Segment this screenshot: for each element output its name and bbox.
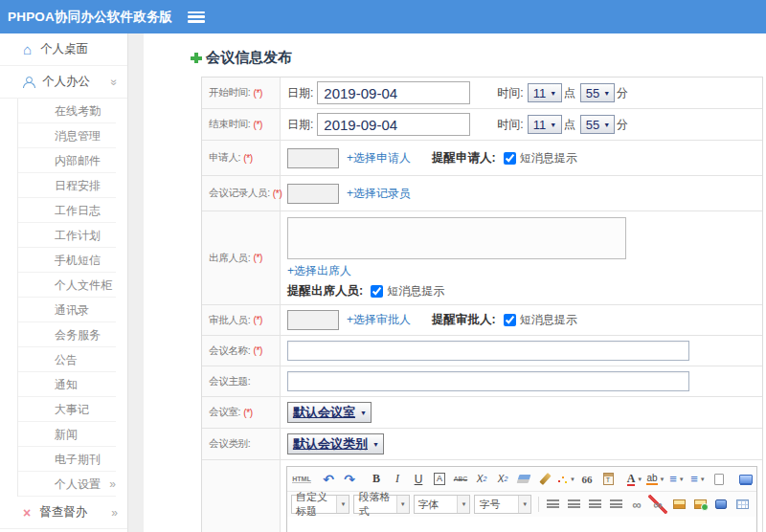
sidebar-subitem-work-plan[interactable]: 工作计划 xyxy=(18,223,116,248)
insert-image-icon[interactable] xyxy=(669,495,688,514)
approver-input[interactable] xyxy=(287,310,339,330)
meeting-topic-label: 会议主题: xyxy=(202,366,281,396)
meeting-room-cell: 默认会议室 ▼ xyxy=(281,397,762,428)
unordered-list-icon[interactable]: ≡▼ xyxy=(688,470,708,489)
meeting-room-label: 会议室: (*) xyxy=(202,397,281,428)
sidebar-subitem-contacts[interactable]: 通讯录 xyxy=(18,298,116,322)
applicant-sms-checkbox[interactable] xyxy=(504,152,516,165)
align-right-icon[interactable] xyxy=(585,495,604,514)
sidebar-subitem-events[interactable]: 大事记 xyxy=(18,397,116,422)
start-minute-select[interactable]: 55 ▼ xyxy=(580,83,615,102)
custom-title-select[interactable]: 自定义标题▼ xyxy=(291,495,349,514)
sidebar-subitem-work-log[interactable]: 工作日志 xyxy=(18,198,116,223)
select-label: 字号 xyxy=(479,498,500,512)
eraser-glyph xyxy=(517,475,531,483)
sidebar-subitem-file-cabinet[interactable]: 个人文件柜 xyxy=(18,273,116,298)
align-left-icon[interactable] xyxy=(543,495,562,514)
start-date-input[interactable] xyxy=(317,81,470,104)
highlight-color-icon[interactable]: ab▼ xyxy=(646,470,665,489)
chevron-down-icon: ▼ xyxy=(336,496,349,513)
meeting-name-input[interactable] xyxy=(287,341,689,361)
approver-sms-checkbox[interactable] xyxy=(504,314,516,326)
sidebar-item-personal-desktop[interactable]: ⌂ 个人桌面 xyxy=(0,33,127,66)
ordered-list-icon[interactable]: ≡▼ xyxy=(667,470,687,489)
eraser-icon[interactable] xyxy=(514,470,533,489)
subitem-label: 消息管理 xyxy=(55,123,101,148)
sidebar-subitem-attendance[interactable]: 在线考勤 xyxy=(18,99,116,123)
italic-icon[interactable]: I xyxy=(388,470,407,489)
sidebar-subitem-notice[interactable]: 通知 xyxy=(18,372,116,397)
chevron-down-icon: ▼ xyxy=(518,496,530,513)
undo-icon[interactable]: ↶ xyxy=(319,470,338,489)
font-color-icon[interactable]: A▼ xyxy=(625,470,644,489)
font-border-icon[interactable]: A xyxy=(430,470,449,489)
sidebar-subitem-messages[interactable]: 消息管理 xyxy=(18,123,116,148)
bold-icon[interactable]: B xyxy=(367,470,386,489)
sidebar-item-personal-office[interactable]: 个人办公 » xyxy=(0,66,127,99)
new-page-icon[interactable] xyxy=(710,470,729,489)
remove-link-icon[interactable]: ∞ xyxy=(648,495,667,514)
meeting-topic-input[interactable] xyxy=(287,371,689,391)
sidebar-subitem-news[interactable]: 新闻 xyxy=(18,422,116,447)
font-size-select[interactable]: 字号▼ xyxy=(474,495,531,514)
attendees-textarea[interactable] xyxy=(287,217,626,259)
meeting-form: 开始时间: (*) 日期: 时间: 11 ▼ 点 55 ▼ xyxy=(201,77,763,532)
upload-image-icon[interactable] xyxy=(690,495,710,514)
select-approver-link[interactable]: +选择审批人 xyxy=(347,312,411,328)
chevron-down-icon: ▼ xyxy=(637,477,642,482)
chevron-down-icon: ▼ xyxy=(660,477,665,482)
align-center-icon[interactable] xyxy=(564,495,583,514)
sub-mark: 2 xyxy=(504,476,507,482)
recorder-input[interactable] xyxy=(287,184,339,204)
select-recorder-link[interactable]: +选择记录员 xyxy=(347,186,411,202)
sidebar-subitem-meeting-service[interactable]: 会务服务 xyxy=(18,322,116,347)
hamburger-menu-icon[interactable] xyxy=(188,11,205,23)
clipboard-letter: T xyxy=(606,477,610,484)
select-attendees-link[interactable]: +选择出席人 xyxy=(287,263,762,279)
meeting-room-select[interactable]: 默认会议室 ▼ xyxy=(287,402,372,423)
sidebar-subitem-e-journal[interactable]: 电子期刊 xyxy=(18,447,116,472)
subscript-icon[interactable]: X2 xyxy=(493,470,512,489)
applicant-input[interactable] xyxy=(287,148,339,168)
chevron-down-icon: ▼ xyxy=(679,477,685,482)
sidebar-subitem-internal-mail[interactable]: 内部邮件 xyxy=(18,148,116,173)
end-minute-select[interactable]: 55 ▼ xyxy=(580,115,615,134)
editor-content-area[interactable] xyxy=(287,517,756,532)
superscript-icon[interactable]: X2 xyxy=(472,470,491,489)
sidebar-subitem-schedule[interactable]: 日程安排 xyxy=(18,173,116,198)
strikethrough-icon[interactable]: ABC xyxy=(451,470,470,489)
insert-table-icon[interactable] xyxy=(732,495,752,514)
boxed-a-glyph: A xyxy=(434,473,445,485)
label-text: 会议记录人员: xyxy=(209,187,270,200)
sidebar-subitem-personal-settings[interactable]: 个人设置 » xyxy=(18,472,116,497)
attendees-sms-checkbox[interactable] xyxy=(371,285,383,298)
attendees-cell: +选择出席人 提醒出席人员: 短消息提示 xyxy=(281,211,762,304)
required-mark: (*) xyxy=(253,120,262,130)
html-source-button[interactable]: HTML xyxy=(292,470,311,489)
brush-glyph xyxy=(539,473,551,485)
insert-media-icon[interactable] xyxy=(711,495,731,514)
sidebar-item-supervision[interactable]: × 督查督办 » xyxy=(0,497,127,529)
blockquote-icon[interactable]: 66 xyxy=(577,470,597,489)
redo-icon[interactable]: ↷ xyxy=(340,470,359,489)
select-applicant-link[interactable]: +选择申请人 xyxy=(347,150,411,166)
sidebar-subitem-sms[interactable]: 手机短信 xyxy=(18,248,116,273)
subitem-label: 工作计划 xyxy=(55,223,101,248)
align-glyph xyxy=(547,499,559,510)
paste-icon[interactable]: T xyxy=(598,470,618,489)
sidebar-subitem-announcement[interactable]: 公告 xyxy=(18,347,116,372)
end-date-input[interactable] xyxy=(317,113,470,136)
font-family-select[interactable]: 字体▼ xyxy=(414,495,471,514)
fullscreen-icon[interactable] xyxy=(736,470,755,489)
sidebar: ⌂ 个人桌面 个人办公 » 在线考勤 消息管理 内部邮件 日程安排 工作日志 工… xyxy=(0,33,128,532)
align-justify-icon[interactable] xyxy=(606,495,625,514)
format-brush-icon[interactable] xyxy=(535,470,554,489)
doodle-icon[interactable]: ▼ xyxy=(556,470,575,489)
start-hour-select[interactable]: 11 ▼ xyxy=(528,83,562,102)
underline-icon[interactable]: U xyxy=(409,470,428,489)
hilite-glyph: ab xyxy=(646,473,657,485)
meeting-category-select[interactable]: 默认会议类别 ▼ xyxy=(287,433,384,454)
paragraph-format-select[interactable]: 段落格式▼ xyxy=(353,495,409,514)
end-hour-select[interactable]: 11 ▼ xyxy=(528,115,562,134)
insert-link-icon[interactable]: ∞ xyxy=(627,495,646,514)
